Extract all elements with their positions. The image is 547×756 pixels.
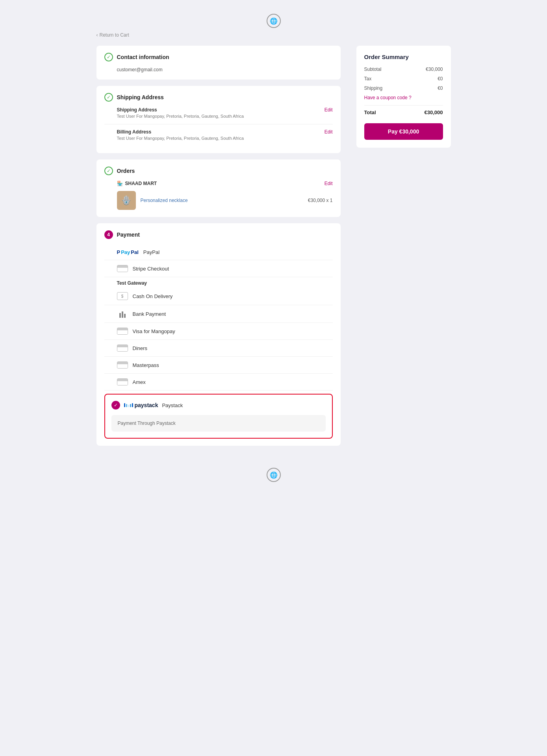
store-name: 🏪 SHAAD MART — [117, 181, 157, 186]
total-value: €30,000 — [425, 109, 443, 115]
payment-section: 4 Payment PPayPal PayPal Stripe — [96, 223, 341, 446]
orders-edit-link[interactable]: Edit — [324, 181, 333, 186]
shipping-section: ✓ Shipping Address Shipping Address Test… — [96, 86, 341, 153]
billing-address-block: Billing Address Test User For Mangopay, … — [117, 129, 333, 141]
shipping-address-text: Test User For Mangopay, Pretoria, Pretor… — [117, 114, 333, 119]
payment-method-visa[interactable]: Visa for Mangopay — [104, 323, 333, 340]
paypal-logo: PPayPal — [117, 249, 139, 255]
payment-method-diners[interactable]: Diners — [104, 340, 333, 357]
payment-method-cash[interactable]: $ Cash On Delivery — [104, 287, 333, 305]
payment-method-amex[interactable]: Amex — [104, 374, 333, 391]
orders-check-icon: ✓ — [104, 167, 113, 175]
payment-title: Payment — [117, 232, 140, 238]
payment-method-bank[interactable]: Bank Payment — [104, 305, 333, 323]
product-image: 🪬 — [117, 191, 136, 210]
shipping-address-label: Shipping Address — [117, 107, 333, 113]
paystack-selected-block[interactable]: ✓ paystack Paystack — [104, 394, 333, 439]
contact-check-icon: ✓ — [104, 53, 113, 61]
masterpass-card-icon — [117, 361, 128, 369]
paystack-logo-text: paystack — [135, 402, 158, 408]
amex-label: Amex — [133, 379, 146, 385]
orders-title: Orders — [117, 168, 135, 174]
product-row: 🪬 Personalized necklace €30,000 x 1 — [117, 191, 333, 210]
store-name-text: SHAAD MART — [125, 181, 157, 186]
pay-button[interactable]: Pay €30,000 — [364, 123, 443, 140]
tax-label: Tax — [364, 76, 372, 82]
contact-header: ✓ Contact information — [104, 53, 333, 61]
billing-edit-link[interactable]: Edit — [324, 129, 333, 135]
paystack-selected-icon: ✓ — [111, 401, 120, 410]
coupon-link[interactable]: Have a coupon code ? — [364, 95, 443, 100]
visa-card-icon — [117, 328, 128, 335]
visa-label: Visa for Mangopay — [133, 328, 175, 334]
logo-area: 🌐 — [96, 8, 451, 32]
footer-logo-icon: 🌐 — [267, 468, 281, 482]
subtotal-label: Subtotal — [364, 67, 382, 72]
payment-header: 4 Payment — [104, 230, 333, 239]
right-column: Order Summary Subtotal €30,000 Tax €0 Sh… — [356, 46, 451, 148]
payment-method-stripe[interactable]: Stripe Checkout — [104, 260, 333, 277]
diners-card-icon — [117, 345, 128, 352]
shipping-address-block: Shipping Address Test User For Mangopay,… — [117, 107, 333, 119]
total-label: Total — [364, 109, 376, 115]
shipping-title: Shipping Address — [117, 94, 164, 100]
orders-section: ✓ Orders 🏪 SHAAD MART Edit 🪬 Personalize… — [96, 159, 341, 217]
paystack-info-box: Payment Through Paystack — [111, 415, 326, 432]
payment-method-masterpass[interactable]: Masterpass — [104, 357, 333, 374]
subtotal-row: Subtotal €30,000 — [364, 67, 443, 72]
shipping-edit-link[interactable]: Edit — [324, 107, 333, 113]
tax-value: €0 — [438, 76, 443, 82]
billing-address-text: Test User For Mangopay, Pretoria, Pretor… — [117, 136, 333, 141]
shipping-check-icon: ✓ — [104, 93, 113, 102]
cash-label: Cash On Delivery — [133, 293, 173, 299]
contact-email: customer@gmail.com — [117, 67, 333, 72]
back-to-cart-link[interactable]: ‹ Return to Cart — [96, 32, 129, 38]
back-link-label: Return to Cart — [100, 32, 129, 38]
shipping-label: Shipping — [364, 85, 383, 91]
paypal-label: PayPal — [143, 249, 159, 255]
back-arrow-icon: ‹ — [96, 32, 98, 38]
payment-method-paypal[interactable]: PPayPal PayPal — [104, 245, 333, 260]
shipping-header: ✓ Shipping Address — [104, 93, 333, 102]
paystack-header: ✓ paystack Paystack — [111, 401, 326, 410]
store-icon: 🏪 — [117, 181, 123, 186]
total-row: Total €30,000 — [364, 105, 443, 115]
tax-row: Tax €0 — [364, 76, 443, 82]
shipping-value: €0 — [438, 85, 443, 91]
site-logo: 🌐 — [267, 14, 281, 28]
paystack-logo: paystack — [124, 402, 158, 408]
diners-label: Diners — [133, 345, 148, 351]
left-column: ✓ Contact information customer@gmail.com… — [96, 46, 341, 452]
store-row: 🏪 SHAAD MART Edit — [117, 181, 333, 186]
subtotal-value: €30,000 — [426, 67, 443, 72]
paystack-bars-icon — [124, 403, 133, 407]
billing-address-label: Billing Address — [117, 129, 333, 135]
cash-icon: $ — [117, 292, 128, 300]
order-summary-title: Order Summary — [364, 54, 443, 60]
stripe-label: Stripe Checkout — [133, 266, 169, 272]
paystack-info-text: Payment Through Paystack — [118, 421, 176, 426]
shipping-row: Shipping €0 — [364, 85, 443, 91]
contact-section: ✓ Contact information customer@gmail.com — [96, 46, 341, 80]
orders-header: ✓ Orders — [104, 167, 333, 175]
product-price: €30,000 x 1 — [308, 198, 333, 203]
bank-label: Bank Payment — [133, 311, 166, 317]
order-summary: Order Summary Subtotal €30,000 Tax €0 Sh… — [356, 46, 451, 148]
product-name: Personalized necklace — [141, 198, 303, 203]
payment-number-icon: 4 — [104, 230, 113, 239]
bank-icon — [117, 310, 128, 318]
footer-logo: 🌐 — [96, 452, 451, 490]
contact-title: Contact information — [117, 54, 169, 60]
stripe-card-icon — [117, 265, 128, 272]
test-gateway-label: Test Gateway — [117, 277, 333, 287]
amex-card-icon — [117, 378, 128, 385]
paystack-label: Paystack — [162, 402, 183, 408]
masterpass-label: Masterpass — [133, 362, 159, 368]
